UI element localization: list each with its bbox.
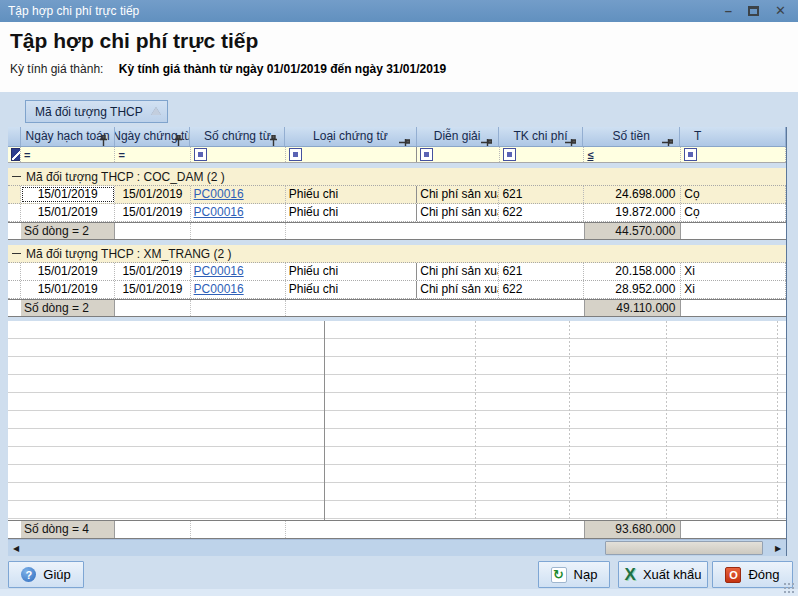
filter-clipped[interactable] xyxy=(681,147,786,162)
cell-dien-giai[interactable]: Chi phí sản xuất xyxy=(417,281,499,298)
collapse-icon[interactable] xyxy=(12,249,21,258)
cell-tk-chi-phi[interactable]: 621 xyxy=(499,263,584,280)
column-header-loai-chung-tu[interactable]: Loại chứng từ xyxy=(285,127,416,146)
export-button[interactable]: X Xuất khẩu xyxy=(618,561,708,588)
equals-operator-icon[interactable]: = xyxy=(118,149,124,161)
filter-row: = = ≤ xyxy=(8,147,786,163)
excel-icon: X xyxy=(625,568,636,582)
column-header-so-tien[interactable]: Số tiền xyxy=(583,127,680,146)
filter-condition-icon[interactable] xyxy=(194,148,207,161)
cell-ngay-hach-toan[interactable]: 15/01/2019 xyxy=(21,204,115,221)
filter-ngay-hach-toan[interactable]: = xyxy=(21,147,115,162)
voucher-link[interactable]: PC00016 xyxy=(194,264,244,278)
cell-ngay-hach-toan[interactable]: 15/01/2019 xyxy=(21,281,115,298)
column-header-clipped[interactable]: T xyxy=(680,127,786,146)
cell-so-tien[interactable]: 28.952.000 xyxy=(584,281,681,298)
filter-condition-icon[interactable] xyxy=(503,148,516,161)
help-button[interactable]: ? Giúp xyxy=(8,561,84,588)
cell-ten-doi-tuong[interactable]: Xi xyxy=(681,281,786,298)
column-header-tk-chi-phi[interactable]: TK chi phí xyxy=(499,127,584,146)
cell-tk-chi-phi[interactable]: 621 xyxy=(499,186,584,203)
cell-so-chung-tu[interactable]: PC00016 xyxy=(191,263,286,280)
help-icon: ? xyxy=(21,567,36,582)
column-header-row: Ngày hạch toán Ngày chứng từ Số chứng từ… xyxy=(8,127,786,147)
filter-ngay-chung-tu[interactable]: = xyxy=(115,147,190,162)
group-by-panel: Mã đối tượng THCP xyxy=(0,92,798,127)
filter-condition-icon[interactable] xyxy=(289,148,302,161)
cell-loai-chung-tu[interactable]: Phiếu chi xyxy=(286,263,417,280)
equals-operator-icon[interactable]: = xyxy=(24,149,30,161)
filter-condition-icon[interactable] xyxy=(420,148,433,161)
lte-operator-icon[interactable]: ≤ xyxy=(587,149,593,161)
cell-so-chung-tu[interactable]: PC00016 xyxy=(191,281,286,298)
page-title: Tập hợp chi phí trực tiếp xyxy=(10,29,788,53)
cell-loai-chung-tu[interactable]: Phiếu chi xyxy=(286,281,417,298)
column-header-ngay-hach-toan[interactable]: Ngày hạch toán xyxy=(21,127,115,146)
voucher-link[interactable]: PC00016 xyxy=(194,205,244,219)
filter-tk-chi-phi[interactable] xyxy=(500,147,585,162)
cell-ngay-hach-toan[interactable]: 15/01/2019 xyxy=(21,186,115,203)
table-row[interactable]: 15/01/2019 15/01/2019 PC00016 Phiếu chi … xyxy=(8,186,786,204)
column-header-dien-giai[interactable]: Diễn giải xyxy=(417,127,499,146)
cell-ngay-chung-tu[interactable]: 15/01/2019 xyxy=(115,186,190,203)
cost-grid: Ngày hạch toán Ngày chứng từ Số chứng từ… xyxy=(8,127,787,556)
grand-row-count: Số dòng = 4 xyxy=(21,521,115,538)
cell-dien-giai[interactable]: Chi phí sản xuất xyxy=(417,263,499,280)
filter-dien-giai[interactable] xyxy=(417,147,499,162)
cell-so-tien[interactable]: 24.698.000 xyxy=(584,186,681,203)
stop-icon: O xyxy=(725,567,741,583)
cell-ten-doi-tuong[interactable]: Xi xyxy=(681,263,786,280)
cell-tk-chi-phi[interactable]: 622 xyxy=(499,204,584,221)
collapse-icon[interactable] xyxy=(12,172,21,181)
column-header-so-chung-tu[interactable]: Số chứng từ xyxy=(190,127,285,146)
group-row-coc-dam[interactable]: Mã đối tượng THCP : COC_DAM (2 ) xyxy=(8,168,786,186)
table-row[interactable]: 15/01/2019 15/01/2019 PC00016 Phiếu chi … xyxy=(8,281,786,299)
group-header-label: Mã đối tượng THCP : XM_TRANG (2 ) xyxy=(26,247,232,261)
resize-grip[interactable] xyxy=(783,582,795,594)
cell-dien-giai[interactable]: Chi phí sản xuất xyxy=(417,186,499,203)
scrollbar-thumb[interactable] xyxy=(605,541,763,555)
cell-so-tien[interactable]: 20.158.000 xyxy=(584,263,681,280)
edit-filter-icon[interactable] xyxy=(11,148,21,161)
voucher-link[interactable]: PC00016 xyxy=(194,187,244,201)
column-header-ngay-chung-tu[interactable]: Ngày chứng từ xyxy=(115,127,190,146)
group-by-label: Mã đối tượng THCP xyxy=(35,105,143,119)
filter-condition-icon[interactable] xyxy=(684,148,697,161)
cell-so-tien[interactable]: 19.872.000 xyxy=(584,204,681,221)
status-strip xyxy=(0,589,798,596)
horizontal-scrollbar[interactable]: ◀ ▶ xyxy=(8,539,786,556)
close-button[interactable]: O Đóng xyxy=(712,561,793,588)
cell-ten-doi-tuong[interactable]: Cọ xyxy=(681,204,786,221)
export-button-label: Xuất khẩu xyxy=(643,567,702,582)
filter-so-tien[interactable]: ≤ xyxy=(584,147,681,162)
voucher-link[interactable]: PC00016 xyxy=(194,282,244,296)
period-label: Kỳ tính giá thành: xyxy=(10,62,103,76)
maximize-icon[interactable] xyxy=(748,6,759,16)
close-icon[interactable]: ✕ xyxy=(775,4,786,18)
filter-loai-chung-tu[interactable] xyxy=(286,147,418,162)
load-button[interactable]: ↻ Nạp xyxy=(538,561,610,588)
scroll-left-icon[interactable]: ◀ xyxy=(8,540,24,556)
table-row[interactable]: 15/01/2019 15/01/2019 PC00016 Phiếu chi … xyxy=(8,263,786,281)
scroll-right-icon[interactable]: ▶ xyxy=(770,540,786,556)
cell-ngay-chung-tu[interactable]: 15/01/2019 xyxy=(115,281,190,298)
group-row-xm-trang[interactable]: Mã đối tượng THCP : XM_TRANG (2 ) xyxy=(8,245,786,263)
cell-so-chung-tu[interactable]: PC00016 xyxy=(191,186,286,203)
cell-tk-chi-phi[interactable]: 622 xyxy=(499,281,584,298)
group-by-button[interactable]: Mã đối tượng THCP xyxy=(25,100,168,123)
cell-loai-chung-tu[interactable]: Phiếu chi xyxy=(286,186,417,203)
group-header-label: Mã đối tượng THCP : COC_DAM (2 ) xyxy=(26,170,225,184)
cell-so-chung-tu[interactable]: PC00016 xyxy=(191,204,286,221)
cell-dien-giai[interactable]: Chi phí sản xuất xyxy=(417,204,499,221)
titlebar: Tập hợp chi phí trực tiếp – ✕ xyxy=(0,0,798,22)
filter-so-chung-tu[interactable] xyxy=(191,147,286,162)
cell-ten-doi-tuong[interactable]: Cọ xyxy=(681,186,786,203)
minimize-icon[interactable]: – xyxy=(725,4,732,18)
cell-loai-chung-tu[interactable]: Phiếu chi xyxy=(286,204,417,221)
cell-ngay-hach-toan[interactable]: 15/01/2019 xyxy=(21,263,115,280)
table-row[interactable]: 15/01/2019 15/01/2019 PC00016 Phiếu chi … xyxy=(8,204,786,222)
refresh-icon: ↻ xyxy=(551,567,567,583)
cell-ngay-chung-tu[interactable]: 15/01/2019 xyxy=(115,204,190,221)
cell-ngay-chung-tu[interactable]: 15/01/2019 xyxy=(115,263,190,280)
filter-indicator-cell[interactable] xyxy=(8,147,21,162)
